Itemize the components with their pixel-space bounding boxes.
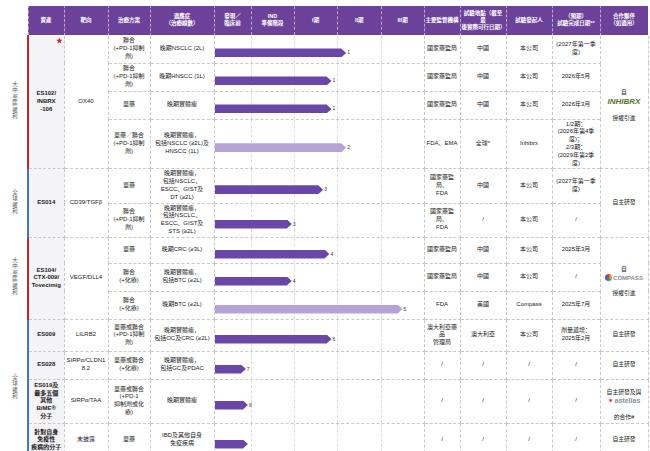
phase-progress-cell: 1 [214, 35, 424, 63]
regimen-cell: 聯合 (+化療) [108, 263, 150, 291]
phase-progress-cell: 5 [214, 291, 424, 319]
date-cell: 2025年7月 [552, 291, 600, 319]
date-cell: / [552, 263, 600, 291]
footnote-marker: 3 [293, 222, 296, 227]
indication-cell: 晚期實體瘤， 包括NSCLC (≥2L)及 HNSCC (1L) [150, 119, 214, 169]
sponsor-cell: 本公司 [506, 63, 552, 91]
rights-label: 全球權利 [11, 189, 18, 215]
location-cell: / [460, 203, 506, 237]
col-header-regulator: 主要監管機構 [424, 6, 460, 36]
compass-logo-text: COMPASS [613, 275, 643, 281]
trial-row-es019: ES019及 最多五個 其他BiME® 分子 SIRPα/TAA 單藥或聯合 (… [2, 379, 648, 423]
trial-phase-bar [215, 143, 347, 152]
date-cell: 1/2期： (2026年第4季度)； 2/3期： (2029年第2季度) [552, 119, 600, 169]
astellas-logo-text: astellas [615, 397, 641, 404]
trial-phase-bar [215, 250, 330, 259]
partner-cell-inhouse: 自主研發 [600, 319, 648, 351]
target-cell-lilrb2: LILRB2 [64, 319, 108, 351]
phase-progress-cell: 8 [214, 379, 424, 423]
inhibrx-logo: INHIBRX [603, 97, 646, 107]
col-header-indication: 適應症 （治療線數） [150, 6, 214, 36]
regimen-cell: 聯合 (+PD-1抑制劑) [108, 35, 150, 63]
phase-progress-cell: 3 [214, 203, 424, 237]
asset-name: ES102/ INBRX -106 [36, 90, 56, 112]
footnote-marker: 2 [347, 145, 350, 150]
date-cell: / [552, 203, 600, 237]
col-header-phase3: III期 [381, 6, 424, 35]
date-cell: / [552, 423, 600, 451]
regimen-cell: 聯合 (+化療) [108, 291, 150, 319]
partner-text-prefix: 自 [621, 89, 627, 95]
partner-cell-inhouse: 自主研發 [600, 169, 648, 237]
phase-progress-cell: 3 [214, 169, 424, 203]
regimen-cell: 單藥或聯合 (+PD-1 抑制劑或化療) [108, 379, 150, 423]
rights-rail-greater-china-1: 大中華區權利 [2, 35, 28, 169]
col-header-partner: 合作夥伴 （如適用） [600, 6, 648, 36]
location-cell: 美國 [460, 291, 506, 319]
phase-progress-cell: 2 [214, 119, 424, 169]
partner-text-suffix: 授權引進 [612, 290, 635, 296]
partner-text-prefix: 自主研發及與 [607, 389, 642, 395]
footnote-marker: 1 [333, 106, 336, 111]
date-cell: / [552, 379, 600, 423]
footnote-marker: 7 [247, 367, 250, 372]
location-cell: 中國 [460, 63, 506, 91]
col-header-date: （預期） 試驗完成日期** [552, 6, 600, 36]
sponsor-cell: / [506, 379, 552, 423]
trial-phase-bar [215, 401, 248, 410]
partner-cell-compass: 自 COMPASS 授權引進 [600, 237, 648, 319]
location-cell: / [460, 351, 506, 379]
target-cell-sirpa-cldn: SIRPα/CLDN18.2 [64, 351, 108, 379]
rights-rail-global-2: 全球權利 [2, 319, 28, 451]
col-header-asset: 資產 [28, 6, 64, 36]
asset-cell-es014: ES014 [28, 169, 64, 237]
footnote-marker: 5 [404, 307, 407, 312]
asset-cell-es009: ES009 [28, 319, 64, 351]
target-cell-ox40: OX40 [64, 35, 108, 169]
indication-cell: 晚期實體瘤 [150, 91, 214, 119]
compass-logo: COMPASS [603, 274, 646, 283]
trial-phase-bar [215, 48, 347, 57]
regulator-cell: 國家藥監局 [424, 63, 460, 91]
rail-header-spacer [2, 6, 28, 36]
rights-label: 大中華區權利 [11, 257, 18, 296]
sponsor-cell: / [506, 351, 552, 379]
rights-label: 全球權利 [11, 374, 18, 400]
date-cell: 2026年5月 [552, 63, 600, 91]
astellas-logo: ✶astellas [603, 396, 646, 406]
trial-phase-bar [215, 76, 332, 85]
indication-cell: 晚期實體瘤， 包括NSCLC、 ESCC、GIST及 DT (≥2L) [150, 169, 214, 203]
location-cell: / [460, 379, 506, 423]
indication-cell: 晚期實體瘤， 包括OC及CRC (≥2L) [150, 319, 214, 351]
phase-progress-cell: 1 [214, 91, 424, 119]
col-header-phases: 發現／ 臨床前 IND 準備階段 I期 II期 III期 [214, 6, 424, 36]
phase-progress-cell [214, 423, 424, 451]
regulator-cell: 澳大利亞藥品 管理局 [424, 319, 460, 351]
regimen-cell: 聯合 (+PD-1抑制劑) [108, 63, 150, 91]
header-row: 資產 靶向 治療方案 適應症 （治療線數） 發現／ 臨床前 IND 準備階段 I… [2, 6, 648, 36]
date-cell: 2025年3月 [552, 237, 600, 263]
partner-cell-astellas: 自主研發及與 ✶astellas 的合作# [600, 379, 648, 423]
partner-text-suffix: 授權引進 [612, 115, 635, 121]
trial-row-es014-mono: 全球權利 ES014 CD39/TGFβ 單藥 晚期實體瘤， 包括NSCLC、 … [2, 169, 648, 203]
indication-cell: 晚期實體瘤 [150, 379, 214, 423]
regulator-cell: FDA [424, 291, 460, 319]
partner-cell-inhouse: 自主研發 [600, 351, 648, 379]
indication-cell: 晚期BTC (≥2L) [150, 291, 214, 319]
col-header-phase2: II期 [337, 6, 381, 35]
location-cell: / [460, 423, 506, 451]
regulator-cell: 國家藥監局 [424, 237, 460, 263]
footnote-marker: 6 [333, 337, 336, 342]
location-cell: 澳大利亞 [460, 319, 506, 351]
rights-rail-greater-china-2: 大中華區權利 [2, 237, 28, 319]
sponsor-cell: 本公司 [506, 319, 552, 351]
asset-cell-es028: ES028 [28, 351, 64, 379]
phase-progress-cell: 7 [214, 351, 424, 379]
trial-phase-bar [215, 365, 246, 374]
footnote-marker: 4 [293, 279, 296, 284]
date-cell: (2027年第一季度) [552, 35, 600, 63]
asset-cell-autoimmune: 針對自身 免疫性 疾病的分子 [28, 423, 64, 451]
target-cell-cd39-tgfb: CD39/TGFβ [64, 169, 108, 237]
regulator-cell: 國家藥監局 [424, 263, 460, 291]
regimen-cell: 單藥 [108, 91, 150, 119]
